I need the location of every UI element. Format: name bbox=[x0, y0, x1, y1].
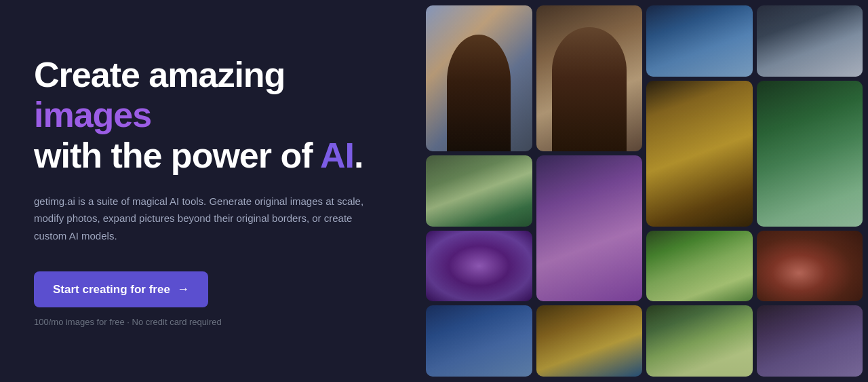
grid-image-4 bbox=[757, 5, 863, 77]
grid-image-12 bbox=[426, 305, 532, 377]
headline-ai-highlight: AI bbox=[320, 136, 354, 175]
grid-image-14 bbox=[646, 305, 753, 377]
headline: Create amazing images with the power of … bbox=[34, 55, 387, 176]
headline-text-1: Create amazing bbox=[34, 55, 285, 94]
hero-section: Create amazing images with the power of … bbox=[0, 0, 868, 382]
grid-image-3 bbox=[646, 5, 753, 77]
grid-image-5 bbox=[426, 155, 532, 227]
image-grid bbox=[420, 0, 868, 382]
description-text: getimg.ai is a suite of magical AI tools… bbox=[34, 193, 387, 245]
grid-image-7 bbox=[646, 81, 753, 227]
grid-image-13 bbox=[536, 305, 643, 377]
grid-image-2 bbox=[536, 5, 643, 151]
cta-button-label: Start creating for free bbox=[53, 283, 170, 297]
left-content: Create amazing images with the power of … bbox=[0, 14, 420, 368]
grid-image-1 bbox=[426, 5, 532, 151]
grid-image-10 bbox=[646, 231, 753, 302]
cta-note: 100/mo images for free · No credit card … bbox=[34, 317, 387, 327]
headline-text-2: with the power of bbox=[34, 136, 320, 175]
grid-image-6 bbox=[536, 155, 643, 301]
headline-images-highlight: images bbox=[34, 95, 151, 134]
grid-image-8 bbox=[757, 81, 863, 227]
grid-image-15 bbox=[757, 305, 863, 377]
headline-period: . bbox=[354, 136, 363, 175]
grid-image-11 bbox=[757, 231, 863, 302]
grid-image-9 bbox=[426, 231, 532, 302]
cta-button[interactable]: Start creating for free → bbox=[34, 271, 208, 307]
arrow-icon: → bbox=[177, 282, 189, 297]
